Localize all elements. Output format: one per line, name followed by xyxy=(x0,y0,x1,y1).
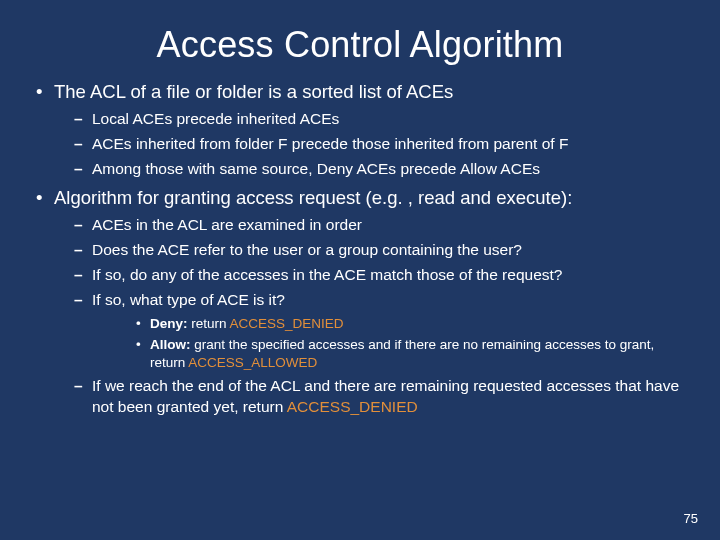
bullet-lvl2: If so, what type of ACE is it? Deny: ret… xyxy=(54,290,686,373)
bullet-text: Algorithm for granting access request (e… xyxy=(54,187,572,208)
bullet-text: The ACL of a file or folder is a sorted … xyxy=(54,81,453,102)
bullet-lvl2: If so, do any of the accesses in the ACE… xyxy=(54,265,686,286)
deny-text: return xyxy=(188,316,230,331)
subsublist: Deny: return ACCESS_DENIED Allow: grant … xyxy=(92,315,686,373)
bullet-lvl3: Deny: return ACCESS_DENIED xyxy=(92,315,686,333)
page-number: 75 xyxy=(684,511,698,526)
bullet-lvl1: Algorithm for granting access request (e… xyxy=(34,186,686,418)
bullet-text: If so, what type of ACE is it? xyxy=(92,291,285,308)
sublist: ACEs in the ACL are examined in order Do… xyxy=(54,215,686,418)
deny-label: Deny: xyxy=(150,316,188,331)
bullet-list: The ACL of a file or folder is a sorted … xyxy=(34,80,686,418)
bullet-lvl2: Local ACEs precede inherited ACEs xyxy=(54,109,686,130)
access-denied-keyword: ACCESS_DENIED xyxy=(230,316,344,331)
bullet-lvl1: The ACL of a file or folder is a sorted … xyxy=(34,80,686,180)
bullet-lvl2: If we reach the end of the ACL and there… xyxy=(54,376,686,418)
bullet-lvl2: Among those with same source, Deny ACEs … xyxy=(54,159,686,180)
sublist: Local ACEs precede inherited ACEs ACEs i… xyxy=(54,109,686,180)
access-denied-keyword: ACCESS_DENIED xyxy=(287,398,418,415)
slide: Access Control Algorithm The ACL of a fi… xyxy=(0,0,720,540)
allow-label: Allow: xyxy=(150,337,191,352)
bullet-lvl2: Does the ACE refer to the user or a grou… xyxy=(54,240,686,261)
bullet-lvl2: ACEs in the ACL are examined in order xyxy=(54,215,686,236)
bullet-lvl2: ACEs inherited from folder F precede tho… xyxy=(54,134,686,155)
slide-title: Access Control Algorithm xyxy=(34,24,686,66)
access-allowed-keyword: ACCESS_ALLOWED xyxy=(188,355,317,370)
bullet-lvl3: Allow: grant the specified accesses and … xyxy=(92,336,686,372)
